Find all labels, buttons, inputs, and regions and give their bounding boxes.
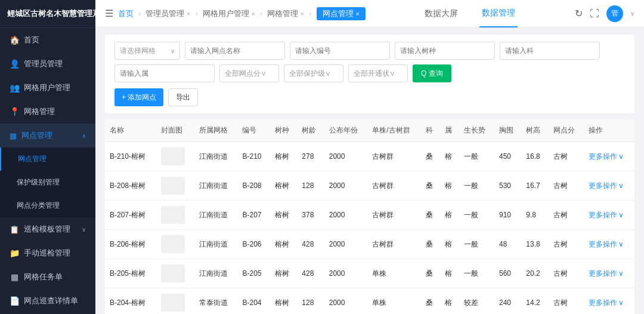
export-button[interactable]: 导出 xyxy=(168,88,198,106)
sidebar-item-patrol-manual[interactable]: 📁 手动巡检管理 xyxy=(0,241,95,265)
more-action-button[interactable]: 更多操作 ∨ xyxy=(589,152,624,162)
add-node-button[interactable]: + 添加网点 xyxy=(114,88,163,106)
table-cell: 古树 xyxy=(549,171,584,201)
table-cell: 一般 xyxy=(459,142,494,171)
sidebar-item-admin[interactable]: 👤 管理员管理 xyxy=(0,52,95,76)
col-network: 所属网格 xyxy=(194,119,238,142)
table-body: B-210-榕树江南街道B-210榕树2782000古树群桑榕一般45016.8… xyxy=(105,142,634,315)
breadcrumb-node[interactable]: 网点管理 × xyxy=(317,7,366,20)
col-chest: 胸围 xyxy=(494,119,521,142)
table-cell: 榕 xyxy=(440,171,459,201)
table-cell: 榕树 xyxy=(270,171,297,201)
table-cell: 14.2 xyxy=(521,288,548,315)
sidebar-item-node-mgmt[interactable]: 网点管理 xyxy=(0,147,95,171)
action-cell[interactable]: 更多操作 ∨ xyxy=(584,288,634,315)
col-height: 树高 xyxy=(521,119,548,142)
table-cell: 江南街道 xyxy=(194,230,238,259)
breadcrumb-grid[interactable]: 网格管理 × xyxy=(267,8,304,19)
table-cell: 江南街道 xyxy=(194,259,238,288)
table-row: B-208-榕树江南街道B-208榕树1282000古树群桑榕一般53016.7… xyxy=(105,171,634,201)
breadcrumb-admin[interactable]: 管理员管理 × xyxy=(145,8,190,19)
breadcrumb-sep1: › xyxy=(138,9,141,18)
filter-protection[interactable]: 全部保护级∨ xyxy=(284,64,343,82)
action-cell[interactable]: 更多操作 ∨ xyxy=(584,230,634,259)
refresh-icon[interactable]: ↻ xyxy=(575,8,583,19)
sidebar-item-grid-task[interactable]: ▦ 网格任务单 xyxy=(0,265,95,289)
more-action-button[interactable]: 更多操作 ∨ xyxy=(589,239,624,250)
more-action-button[interactable]: 更多操作 ∨ xyxy=(589,298,624,308)
breadcrumb-home[interactable]: 首页 xyxy=(118,8,134,19)
table-cell: 13.8 xyxy=(521,230,548,259)
action-cell[interactable]: 更多操作 ∨ xyxy=(584,142,634,171)
sidebar-item-node[interactable]: ▦ 网点管理 ∧ xyxy=(0,124,95,147)
table-cell xyxy=(156,171,194,201)
table-cell: 2000 xyxy=(324,259,368,288)
action-cell[interactable]: 更多操作 ∨ xyxy=(584,201,634,230)
filter-row: 请选择网格 ∨ 全部网点分∨ 全部保护级∨ 全部开通状∨ Q 查询 xyxy=(114,42,625,82)
breadcrumb-grid-user[interactable]: 网格用户管理 × xyxy=(203,8,255,19)
col-age: 树龄 xyxy=(297,119,324,142)
more-action-button[interactable]: 更多操作 ∨ xyxy=(589,269,624,279)
table-cell: 榕树 xyxy=(270,142,297,171)
more-action-button[interactable]: 更多操作 ∨ xyxy=(589,210,624,220)
table-cell: 榕 xyxy=(440,230,459,259)
tab-data-screen[interactable]: 数据大屏 xyxy=(422,0,460,27)
table-cell: 单株 xyxy=(367,259,421,288)
table-cell: B-208-榕树 xyxy=(105,171,156,201)
col-type: 单株/古树群 xyxy=(367,119,421,142)
table-cell: 桑 xyxy=(421,259,440,288)
filter-network[interactable]: 请选择网格 ∨ xyxy=(114,42,180,60)
col-growth: 生长势 xyxy=(459,119,494,142)
table-cell: 278 xyxy=(297,142,324,171)
action-cell[interactable]: 更多操作 ∨ xyxy=(584,259,634,288)
table-cell: 古树群 xyxy=(367,230,421,259)
data-table: 名称 封面图 所属网格 编号 树种 树龄 公布年份 单株/古树群 科 属 生长势… xyxy=(105,119,634,314)
table-cell: 榕 xyxy=(440,259,459,288)
col-ke: 科 xyxy=(421,119,440,142)
sidebar-item-node-classify[interactable]: 网点分类管理 xyxy=(0,194,95,217)
main-content: ☰ 首页 › 管理员管理 × › 网格用户管理 × › 网格管理 × › 网点管… xyxy=(95,0,644,314)
user-chevron-icon[interactable]: ∨ xyxy=(630,10,634,17)
filter-ke-input[interactable] xyxy=(500,42,600,60)
sidebar-item-home[interactable]: 🏠 首页 xyxy=(0,28,95,52)
sidebar-item-protection-level[interactable]: 保护级别管理 xyxy=(0,171,95,194)
query-button[interactable]: Q 查询 xyxy=(413,64,451,82)
content-area: 请选择网格 ∨ 全部网点分∨ 全部保护级∨ 全部开通状∨ Q 查询 xyxy=(95,27,644,314)
action-chevron-icon: ∨ xyxy=(618,181,624,190)
filter-code-input[interactable] xyxy=(290,42,390,60)
table-cell xyxy=(156,201,194,230)
filter-score[interactable]: 全部网点分∨ xyxy=(219,64,279,82)
action-chevron-icon: ∨ xyxy=(618,152,624,161)
table-cell: 428 xyxy=(297,230,324,259)
grid-icon: 📍 xyxy=(10,107,19,116)
menu-icon[interactable]: ☰ xyxy=(105,8,113,19)
filter-tree-input[interactable] xyxy=(395,42,495,60)
table-cell: 桑 xyxy=(421,230,440,259)
table-cell: B-204-榕树 xyxy=(105,288,156,315)
sidebar-item-grid[interactable]: 📍 网格管理 xyxy=(0,100,95,124)
patrol-detail-icon: 📄 xyxy=(10,296,19,306)
table-cell: 一般 xyxy=(459,259,494,288)
fullscreen-icon[interactable]: ⛶ xyxy=(590,8,599,19)
user-avatar[interactable]: 管 xyxy=(606,5,623,22)
action-cell[interactable]: 更多操作 ∨ xyxy=(584,171,634,201)
table-cell: 2000 xyxy=(324,142,368,171)
sidebar-item-grid-user[interactable]: 👥 网格用户管理 xyxy=(0,76,95,100)
action-chevron-icon: ∨ xyxy=(618,211,624,219)
sidebar-item-patrol-template[interactable]: 📋 巡检模板管理 ∨ xyxy=(0,217,95,241)
topbar-tabs: 数据大屏 数据管理 xyxy=(422,0,518,27)
table-cell: 20.2 xyxy=(521,259,548,288)
action-row: + 添加网点 导出 xyxy=(114,88,625,106)
app-title: 鲤城区古树名木智慧管理系统 xyxy=(0,0,95,28)
filter-name-input[interactable] xyxy=(185,42,285,60)
table-cell: 古树 xyxy=(549,288,584,315)
tab-data-manage[interactable]: 数据管理 xyxy=(479,0,518,27)
filter-status[interactable]: 全部开通状∨ xyxy=(348,64,408,82)
grid-task-icon: ▦ xyxy=(10,272,19,282)
action-chevron-icon: ∨ xyxy=(618,298,624,307)
sidebar-item-patrol-detail[interactable]: 📄 网点巡查详情单 xyxy=(0,289,95,313)
filter-shu-input[interactable] xyxy=(114,64,215,82)
table-cell: 榕 xyxy=(440,201,459,230)
more-action-button[interactable]: 更多操作 ∨ xyxy=(589,181,624,191)
breadcrumb-sep4: › xyxy=(309,9,311,18)
